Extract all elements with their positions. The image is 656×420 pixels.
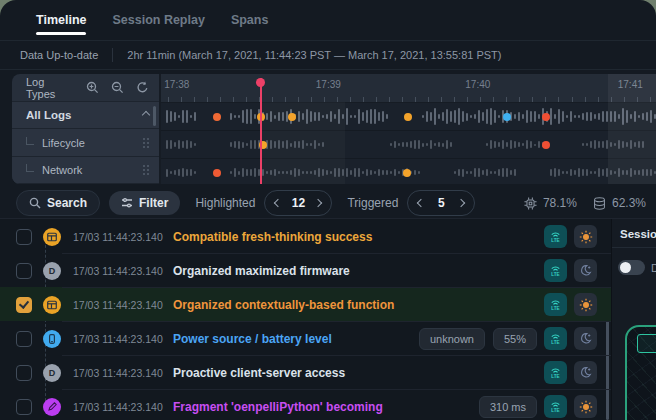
log-timestamp: 17/03 11:44:23.140 [73, 367, 169, 379]
refresh-icon[interactable] [136, 81, 149, 94]
memory-meter: 62.3% [593, 196, 646, 210]
waveform-network [161, 159, 656, 184]
log-timestamp: 17/03 11:44:23.140 [73, 299, 169, 311]
row-checkbox[interactable] [16, 365, 32, 381]
tab-spans[interactable]: Spans [231, 0, 269, 40]
row-checkbox-checked[interactable] [16, 297, 32, 313]
info-bar: Data Up-to-date 2hr 11min (March 17, 202… [0, 41, 656, 70]
log-row[interactable]: D 17/03 11:44:23.140 Proactive client-se… [0, 355, 611, 389]
log-timestamp: 17/03 11:44:23.140 [73, 401, 169, 413]
chevron-right-icon[interactable] [457, 199, 465, 207]
row-checkbox[interactable] [16, 399, 32, 415]
app-window-icon [43, 228, 61, 246]
waveform-lifecycle [161, 131, 656, 159]
log-message: Proactive client-server access [173, 366, 537, 380]
svg-text:LTE: LTE [551, 272, 559, 277]
log-row[interactable]: 17/03 11:44:23.140 Power source / batter… [0, 321, 611, 355]
edit-icon [43, 398, 61, 416]
log-timestamp: 17/03 11:44:23.140 [73, 231, 169, 243]
log-type-network[interactable]: Network [12, 157, 159, 184]
lte-signal-icon[interactable]: LTE [544, 259, 567, 282]
playhead[interactable] [260, 78, 262, 184]
time-range-label: 2hr 11min (March 17, 2021, 11:44:23 PST … [127, 49, 501, 61]
zoom-out-icon[interactable] [111, 81, 124, 94]
lte-signal-icon[interactable]: LTE [544, 327, 567, 350]
lte-signal-icon[interactable]: LTE [544, 293, 567, 316]
svg-text:LTE: LTE [551, 306, 559, 311]
device-preview[interactable] [625, 325, 656, 420]
sun-icon[interactable] [574, 395, 597, 418]
row-checkbox[interactable] [16, 229, 32, 245]
duration-badge: 310 ms [479, 396, 537, 418]
cpu-icon [524, 197, 537, 210]
tab-bar: Timeline Session Replay Spans [0, 0, 656, 41]
triggered-stepper: 5 [407, 190, 475, 216]
log-row-highlighted[interactable]: 17/03 11:44:23.140 Organized contextuall… [0, 287, 611, 321]
log-row[interactable]: D 17/03 11:44:23.140 Organized maximized… [0, 253, 611, 287]
status-badge: unknown [419, 328, 485, 350]
zoom-in-icon[interactable] [86, 81, 99, 94]
timeline-panel: Log Types All Logs Lifecycle [12, 74, 656, 184]
log-type-all-logs[interactable]: All Logs [12, 102, 159, 129]
device-icon [43, 330, 61, 348]
log-message: Organized maximized firmware [173, 264, 537, 278]
tab-timeline[interactable]: Timeline [36, 0, 86, 40]
chevron-right-icon[interactable] [314, 199, 322, 207]
log-timestamp: 17/03 11:44:23.140 [73, 333, 169, 345]
session-toggle[interactable] [618, 260, 645, 275]
timeline-track-area[interactable]: 17:3817:3917:4017:41 [161, 74, 656, 184]
log-type-lifecycle[interactable]: Lifecycle [12, 129, 159, 156]
log-message: Power source / battery level [173, 332, 411, 346]
highlighted-label: Highlighted [195, 196, 255, 210]
battery-badge: 55% [493, 328, 537, 350]
highlighted-stepper: 12 [264, 190, 332, 216]
sun-icon[interactable] [574, 225, 597, 248]
row-checkbox[interactable] [16, 263, 32, 279]
chevron-up-icon[interactable] [142, 111, 150, 119]
lte-signal-icon[interactable]: LTE [544, 225, 567, 248]
drag-handle[interactable] [143, 138, 145, 140]
drag-handle[interactable] [143, 165, 145, 167]
triggered-count: 5 [433, 196, 449, 210]
log-list: 17/03 11:44:23.140 Compatible fresh-thin… [0, 219, 611, 420]
debug-icon: D [43, 364, 61, 382]
log-types-title: Log Types [26, 76, 74, 100]
log-toolbar: Search Filter Highlighted 12 Triggered 5… [0, 188, 656, 219]
tree-elbow-icon [26, 164, 34, 172]
tab-session-replay[interactable]: Session Replay [112, 0, 204, 40]
divider [112, 48, 113, 62]
app-window-icon [43, 296, 61, 314]
moon-icon[interactable] [574, 259, 597, 282]
svg-text:LTE: LTE [551, 238, 559, 243]
session-panel: Session Da [611, 219, 656, 420]
filter-icon [121, 197, 133, 209]
log-row[interactable]: 17/03 11:44:23.140 Fragment 'oenpelliPyt… [0, 389, 611, 420]
session-panel-title: Session [612, 219, 656, 248]
svg-text:LTE: LTE [551, 340, 559, 345]
chevron-left-icon[interactable] [274, 199, 282, 207]
app-window: Timeline Session Replay Spans Data Up-to… [0, 0, 656, 420]
sun-icon[interactable] [574, 293, 597, 316]
log-types-scrollbar[interactable] [153, 106, 156, 126]
log-message: Organized contextually-based function [173, 298, 537, 312]
device-preview-selection [637, 334, 656, 353]
triggered-label: Triggered [347, 196, 398, 210]
chevron-left-icon[interactable] [417, 199, 425, 207]
row-checkbox[interactable] [16, 331, 32, 347]
data-status-label: Data Up-to-date [20, 49, 98, 61]
lte-signal-icon[interactable]: LTE [544, 361, 567, 384]
search-icon [29, 197, 41, 209]
svg-text:LTE: LTE [551, 374, 559, 379]
debug-icon: D [43, 262, 61, 280]
filter-button[interactable]: Filter [109, 191, 180, 215]
moon-icon[interactable] [574, 361, 597, 384]
memory-icon [593, 197, 606, 210]
log-timestamp: 17/03 11:44:23.140 [73, 265, 169, 277]
search-button[interactable]: Search [16, 190, 100, 216]
lte-signal-icon[interactable]: LTE [544, 395, 567, 418]
highlighted-count: 12 [290, 196, 306, 210]
session-toggle-label: Da [651, 262, 656, 274]
cpu-meter: 78.1% [524, 196, 577, 210]
log-row[interactable]: 17/03 11:44:23.140 Compatible fresh-thin… [0, 219, 611, 253]
moon-icon[interactable] [574, 327, 597, 350]
